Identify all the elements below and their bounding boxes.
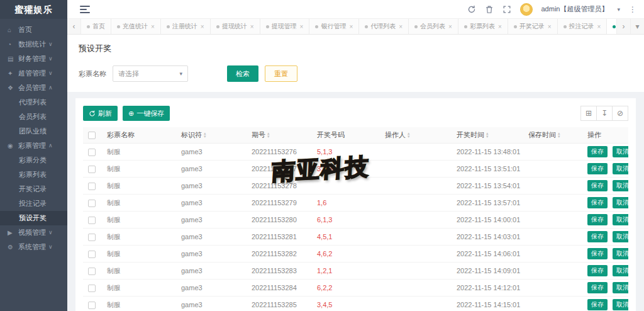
- sidebar-item[interactable]: 预设开奖: [0, 211, 67, 225]
- tab-close-icon[interactable]: ×: [399, 23, 402, 30]
- column-header[interactable]: 彩票名称: [102, 127, 176, 144]
- tab[interactable]: 首页: [81, 19, 111, 34]
- tab-close-icon[interactable]: ×: [201, 23, 204, 30]
- sidebar-item[interactable]: ▤ 财务管理 ∨: [0, 52, 67, 66]
- sidebar-item[interactable]: ▶ 视频管理 ∨: [0, 225, 67, 240]
- row-checkbox[interactable]: [88, 268, 96, 275]
- sort-icon[interactable]: ▴▾: [558, 132, 560, 139]
- sidebar-item[interactable]: ⌂ 首页: [0, 23, 67, 37]
- tab[interactable]: 提现统计 ×: [211, 19, 260, 34]
- row-checkbox[interactable]: [88, 234, 96, 241]
- row-cancel-button[interactable]: 取消: [613, 265, 628, 276]
- filter-columns-icon[interactable]: ⊞: [580, 106, 597, 121]
- tab[interactable]: 投注记录 ×: [558, 19, 608, 34]
- sort-icon[interactable]: ▴▾: [204, 132, 206, 139]
- row-cancel-button[interactable]: 取消: [613, 282, 628, 293]
- sidebar-item[interactable]: 代理列表: [0, 95, 67, 110]
- sidebar-item[interactable]: 会员列表: [0, 110, 67, 124]
- trash-icon[interactable]: [485, 5, 494, 14]
- row-checkbox[interactable]: [88, 200, 96, 207]
- tab-close-icon[interactable]: ×: [300, 23, 304, 30]
- tabs-menu-icon[interactable]: ▾: [630, 19, 644, 34]
- tab[interactable]: 提现管理 ×: [260, 19, 310, 34]
- row-save-button[interactable]: 保存: [587, 282, 608, 293]
- user-menu-caret-icon[interactable]: ▾: [617, 6, 620, 13]
- row-checkbox[interactable]: [88, 183, 96, 190]
- sidebar-item[interactable]: ◉ 彩票管理 ∧: [0, 139, 67, 153]
- row-save-button[interactable]: 保存: [587, 180, 608, 191]
- search-button[interactable]: 检索: [227, 65, 258, 82]
- row-save-button[interactable]: 保存: [587, 248, 608, 259]
- row-checkbox[interactable]: [88, 166, 96, 173]
- sidebar-item[interactable]: ◔ 数据统计 ∨: [0, 37, 67, 52]
- select-all-checkbox[interactable]: [88, 132, 96, 139]
- export-icon[interactable]: ↧: [596, 106, 613, 121]
- tab-close-icon[interactable]: ×: [448, 23, 452, 30]
- row-save-button[interactable]: 保存: [587, 231, 608, 242]
- refresh-icon[interactable]: [467, 5, 476, 14]
- row-cancel-button[interactable]: 取消: [613, 231, 628, 242]
- row-checkbox[interactable]: [88, 217, 96, 224]
- tab[interactable]: 会员列表 ×: [409, 19, 458, 34]
- sidebar-item[interactable]: 投注记录: [0, 196, 67, 211]
- tab[interactable]: 开奖记录 ×: [508, 19, 558, 34]
- column-header[interactable]: 开奖时间▴▾: [452, 127, 523, 144]
- row-checkbox[interactable]: [88, 251, 96, 258]
- user-avatar[interactable]: [520, 3, 533, 16]
- row-cancel-button[interactable]: 取消: [613, 146, 628, 157]
- collapse-menu-icon[interactable]: [80, 6, 90, 13]
- row-cancel-button[interactable]: 取消: [613, 214, 628, 225]
- row-save-button[interactable]: 保存: [587, 265, 608, 276]
- column-header[interactable]: 操作: [582, 127, 628, 144]
- tab-close-icon[interactable]: ×: [498, 23, 502, 30]
- row-save-button[interactable]: 保存: [587, 197, 608, 208]
- column-header[interactable]: 开奖号码: [312, 127, 380, 144]
- tab-close-icon[interactable]: ×: [349, 23, 353, 30]
- tab[interactable]: 银行管理 ×: [309, 19, 359, 34]
- tab-close-icon[interactable]: ×: [548, 23, 552, 30]
- row-cancel-button[interactable]: 取消: [613, 299, 628, 310]
- tab[interactable]: 彩票列表 ×: [458, 19, 508, 34]
- row-save-button[interactable]: 保存: [587, 299, 608, 310]
- row-checkbox[interactable]: [88, 149, 96, 156]
- fullscreen-icon[interactable]: [502, 5, 511, 14]
- sidebar-item[interactable]: 开奖记录: [0, 182, 67, 196]
- tab-close-icon[interactable]: ×: [250, 23, 254, 30]
- sort-icon[interactable]: ▴▾: [486, 132, 489, 139]
- tab-close-icon[interactable]: ×: [597, 23, 601, 30]
- row-cancel-button[interactable]: 取消: [613, 197, 628, 208]
- column-header[interactable]: 期号▴▾: [247, 127, 312, 144]
- row-checkbox[interactable]: [88, 302, 96, 309]
- reset-button[interactable]: 重置: [265, 65, 297, 82]
- admin-username[interactable]: admin【超级管理员】: [541, 4, 609, 14]
- tab[interactable]: 代理列表 ×: [359, 19, 409, 34]
- row-cancel-button[interactable]: 取消: [613, 163, 628, 174]
- sidebar-item[interactable]: 彩票分类: [0, 153, 67, 167]
- tabs-scroll-right-icon[interactable]: ›: [616, 19, 630, 34]
- lottery-name-select[interactable]: 请选择 ▾: [113, 65, 188, 82]
- sidebar-item[interactable]: ✦ 超管管理 ∨: [0, 66, 67, 81]
- column-header[interactable]: 标识符▴▾: [176, 127, 247, 144]
- tab[interactable]: 注册统计 ×: [161, 19, 211, 34]
- sort-icon[interactable]: ▴▾: [267, 132, 270, 139]
- sidebar-item[interactable]: ⚙ 系统管理 ∨: [0, 240, 67, 254]
- row-cancel-button[interactable]: 取消: [613, 180, 628, 191]
- sidebar-item[interactable]: 团队业绩: [0, 124, 67, 139]
- sidebar-item[interactable]: 彩票列表: [0, 167, 67, 182]
- tab-close-icon[interactable]: ×: [151, 23, 155, 30]
- sidebar-item[interactable]: ❖ 会员管理 ∧: [0, 81, 67, 95]
- row-save-button[interactable]: 保存: [587, 146, 608, 157]
- row-save-button[interactable]: 保存: [587, 214, 608, 225]
- save-all-button[interactable]: ⊕ 一键保存: [123, 106, 170, 121]
- row-checkbox[interactable]: [88, 285, 96, 292]
- tab[interactable]: 预设开奖 ×: [607, 19, 616, 34]
- row-cancel-button[interactable]: 取消: [613, 248, 628, 259]
- tab[interactable]: 充值统计 ×: [111, 19, 161, 34]
- print-icon[interactable]: ⊘: [612, 106, 628, 121]
- refresh-table-button[interactable]: 刷新: [83, 106, 118, 121]
- column-header[interactable]: 保存时间▴▾: [523, 127, 582, 144]
- row-save-button[interactable]: 保存: [587, 163, 608, 174]
- column-header[interactable]: 操作人▴▾: [380, 127, 452, 144]
- more-options-icon[interactable]: ⋮: [629, 5, 636, 14]
- tabs-scroll-left-icon[interactable]: ‹: [67, 19, 81, 34]
